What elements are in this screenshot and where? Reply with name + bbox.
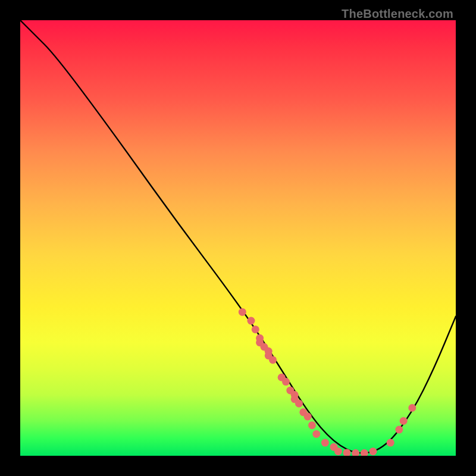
plot-background bbox=[20, 20, 456, 456]
watermark-text: TheBottleneck.com bbox=[342, 7, 453, 21]
chart-container: TheBottleneck.com bbox=[0, 0, 476, 476]
